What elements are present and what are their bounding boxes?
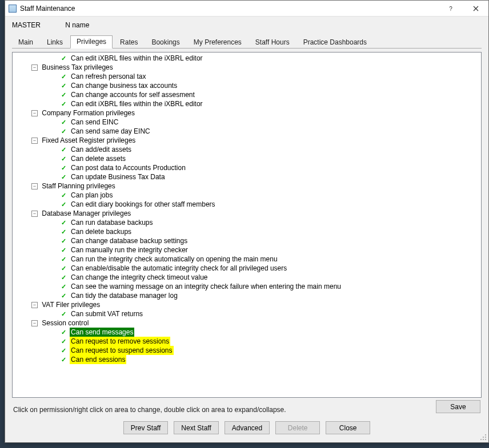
tab-bookings[interactable]: Bookings: [145, 36, 186, 49]
svg-point-4: [480, 439, 482, 440]
collapse-icon[interactable]: −: [31, 138, 38, 144]
svg-point-5: [483, 439, 484, 440]
check-icon: ✓: [60, 227, 68, 236]
tree-item-label: Can change accounts for self assesment: [70, 90, 196, 99]
tree-item[interactable]: ✓ Can send EINC: [13, 118, 481, 127]
button-row: Prev Staff Next Staff Advanced Delete Cl…: [5, 417, 488, 442]
tree-item-label: Can change the integrity check timeout v…: [70, 273, 209, 282]
check-icon: ✓: [60, 99, 68, 108]
tree-item[interactable]: ✓ Can post data to Accounts Production: [13, 163, 481, 172]
check-icon: ✓: [60, 145, 68, 154]
resize-grip[interactable]: [479, 433, 487, 441]
tree-group[interactable]: − Company Formation privileges: [13, 108, 481, 118]
check-icon: ✓: [60, 337, 68, 346]
tree-item[interactable]: ✓ Can submit VAT returns: [13, 309, 481, 318]
tree-group-label: Session control: [41, 318, 90, 328]
check-icon: ✓: [60, 264, 68, 273]
svg-point-2: [483, 437, 484, 438]
staff-code: MASTER: [12, 21, 63, 29]
tree-item[interactable]: ✓ Can request to remove sessions: [13, 337, 481, 346]
tree-group[interactable]: − Database Manager privileges: [13, 209, 481, 218]
tree-item[interactable]: ✓ Can change the integrity check timeout…: [13, 273, 481, 282]
check-icon: ✓: [60, 81, 68, 90]
window-title: Staff Maintenance: [20, 5, 438, 13]
check-icon: ✓: [60, 118, 68, 127]
tab-main[interactable]: Main: [12, 36, 39, 49]
tree-item[interactable]: ✓ Can add/edit assets: [13, 145, 481, 154]
help-button[interactable]: ?: [438, 1, 463, 17]
tree-item-label: Can enable/disable the automatic integri…: [70, 264, 288, 273]
tree-group[interactable]: − Staff Planning privileges: [13, 181, 481, 191]
tree-item[interactable]: ✓ Can run the integrity check automatica…: [13, 255, 481, 264]
tree-item[interactable]: ✓ Can change database backup settings: [13, 236, 481, 245]
check-icon: ✓: [60, 255, 68, 264]
prev-staff-button[interactable]: Prev Staff: [123, 421, 168, 434]
tree-item-label: Can run database backups: [70, 218, 154, 227]
tree-item[interactable]: ✓ Can change business tax accounts: [13, 81, 481, 90]
tree-item[interactable]: ✓ Can edit iXBRL files within the iXBRL …: [13, 99, 481, 108]
tree-item[interactable]: ✓ Can send messages: [13, 328, 481, 337]
tab-strip: MainLinksPrivilegesRatesBookingsMy Prefe…: [5, 31, 488, 48]
tab-rates[interactable]: Rates: [114, 36, 144, 49]
tree-item-label: Can delete assets: [70, 154, 127, 163]
tree-group[interactable]: − Fixed Asset Register privileges: [13, 136, 481, 145]
check-icon: ✓: [60, 163, 68, 172]
tree-item[interactable]: ✓ Can edit diary bookings for other staf…: [13, 200, 481, 209]
collapse-icon[interactable]: −: [31, 302, 38, 308]
tree-item[interactable]: ✓ Can delete backups: [13, 227, 481, 236]
check-icon: ✓: [60, 282, 68, 291]
check-icon: ✓: [60, 54, 68, 63]
tree-item-label: Can tidy the database manager log: [70, 291, 179, 300]
tree-item[interactable]: ✓ Can tidy the database manager log: [13, 291, 481, 300]
tree-item[interactable]: ✓ Can request to suspend sessions: [13, 346, 481, 355]
tree-item-label: Can run the integrity check automaticall…: [70, 255, 279, 264]
collapse-icon[interactable]: −: [31, 211, 38, 217]
tree-item-label: Can refresh personal tax: [70, 72, 147, 81]
tree-item[interactable]: ✓ Can change accounts for self assesment: [13, 90, 481, 99]
tab-my-preferences[interactable]: My Preferences: [187, 36, 248, 49]
save-button[interactable]: Save: [436, 400, 480, 413]
tree-item[interactable]: ✓ Can refresh personal tax: [13, 72, 481, 81]
delete-button[interactable]: Delete: [275, 421, 320, 434]
collapse-icon[interactable]: −: [31, 183, 38, 189]
check-icon: ✓: [60, 236, 68, 245]
tree-item[interactable]: ✓ Can manually run the integrity checker: [13, 245, 481, 255]
tree-group-label: Fixed Asset Register privileges: [41, 136, 137, 145]
client-area: MASTER N name MainLinksPrivilegesRatesBo…: [5, 17, 488, 442]
collapse-icon[interactable]: −: [31, 64, 38, 71]
collapse-icon[interactable]: −: [31, 320, 38, 326]
tree-item[interactable]: ✓ Can send same day EINC: [13, 127, 481, 136]
svg-point-1: [485, 434, 486, 435]
tree-group[interactable]: − VAT Filer privileges: [13, 300, 481, 309]
check-icon: ✓: [60, 172, 68, 181]
collapse-icon[interactable]: −: [31, 110, 38, 116]
privilege-tree[interactable]: ✓ Can edit iXBRL files within the iXBRL …: [13, 53, 481, 397]
tree-group[interactable]: − Business Tax privileges: [13, 63, 481, 72]
next-staff-button[interactable]: Next Staff: [174, 421, 218, 434]
close-window-button[interactable]: [463, 1, 488, 17]
advanced-button[interactable]: Advanced: [225, 421, 270, 434]
tab-staff-hours[interactable]: Staff Hours: [249, 36, 296, 49]
tree-item[interactable]: ✓ Can delete assets: [13, 154, 481, 163]
tree-group[interactable]: − Session control: [13, 318, 481, 328]
svg-point-6: [485, 439, 486, 440]
tree-item-label: Can add/edit assets: [70, 145, 133, 154]
tab-practice-dashboards[interactable]: Practice Dashboards: [297, 36, 373, 49]
tree-item-label: Can edit iXBRL files within the iXBRL ed…: [70, 99, 204, 108]
tree-item[interactable]: ✓ Can see the warning message on an inte…: [13, 282, 481, 291]
tree-item-label: Can edit diary bookings for other staff …: [70, 200, 217, 209]
tree-item-label: Can manually run the integrity checker: [70, 245, 189, 255]
close-button[interactable]: Close: [326, 421, 370, 434]
tree-item[interactable]: ✓ Can edit iXBRL files within the iXBRL …: [13, 54, 481, 63]
tree-item-label: Can request to remove sessions: [70, 337, 170, 346]
check-icon: ✓: [60, 191, 68, 200]
tree-item[interactable]: ✓ Can plan jobs: [13, 191, 481, 200]
tree-item[interactable]: ✓ Can end sessions: [13, 355, 481, 364]
tree-item[interactable]: ✓ Can enable/disable the automatic integ…: [13, 264, 481, 273]
tab-privileges[interactable]: Privileges: [70, 35, 113, 49]
tab-links[interactable]: Links: [41, 36, 69, 49]
tree-item[interactable]: ✓ Can run database backups: [13, 218, 481, 227]
app-icon: [9, 5, 17, 13]
check-icon: ✓: [60, 218, 68, 227]
tree-item[interactable]: ✓ Can update Business Tax Data: [13, 172, 481, 181]
